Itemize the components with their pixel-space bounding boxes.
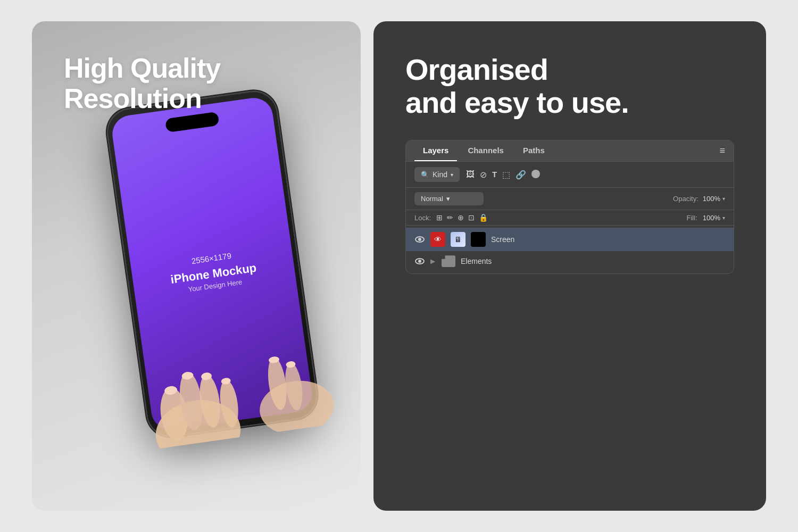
- lock-row: Lock: ⊞ ✏ ⊕ ⊡ 🔒 Fill: 100% ▾: [406, 210, 734, 226]
- left-panel: High Quality Resolution 2556×1179 iPhone…: [32, 21, 361, 511]
- filter-rect-icon[interactable]: ⬚: [502, 170, 510, 180]
- opacity-dropdown[interactable]: 100% ▾: [703, 195, 725, 203]
- lock-brush-icon[interactable]: ✏: [447, 213, 453, 222]
- black-thumb-fill: [471, 232, 486, 247]
- left-heading: High Quality Resolution: [64, 53, 220, 114]
- layer-name-screen: Screen: [491, 235, 514, 244]
- kind-dropdown[interactable]: 🔍 Kind ▾: [414, 167, 460, 182]
- eye-shape-elements: [415, 258, 425, 264]
- lock-move-icon[interactable]: ⊕: [458, 213, 464, 222]
- filter-link-icon[interactable]: 🔗: [516, 170, 526, 180]
- right-panel: Organised and easy to use. Layers Channe…: [373, 21, 766, 511]
- ps-panel: Layers Channels Paths ≡ 🔍 Kind ▾ 🖼 ⊘ T ⬚: [405, 140, 734, 274]
- iphone-mockup: 2556×1179 iPhone Mockup Your Design Here: [105, 89, 319, 439]
- folder-icon-elements: [442, 255, 455, 267]
- layers-list: 👁 🖥 Screen: [406, 226, 734, 273]
- eye-icon-screen[interactable]: [414, 234, 425, 245]
- filter-text-icon[interactable]: T: [492, 170, 497, 180]
- red-eye-icon: 👁: [434, 235, 442, 244]
- main-container: High Quality Resolution 2556×1179 iPhone…: [32, 21, 766, 511]
- screen-thumb-content: 🖥: [451, 232, 466, 247]
- lock-label: Lock:: [414, 214, 431, 222]
- layer-thumb-checker-screen: 🖥: [451, 232, 466, 247]
- lock-crop-icon[interactable]: ⊡: [468, 213, 475, 222]
- fill-value: 100%: [703, 214, 720, 222]
- ps-tabs-bar: Layers Channels Paths ≡: [406, 140, 734, 162]
- layer-thumb-black-screen: [471, 232, 486, 247]
- layer-row-screen[interactable]: 👁 🖥 Screen: [406, 228, 734, 251]
- lock-lock-icon[interactable]: 🔒: [479, 213, 488, 222]
- filter-image-icon[interactable]: 🖼: [466, 170, 475, 180]
- eye-icon-elements[interactable]: [414, 256, 425, 267]
- iphone-notch: [165, 112, 220, 133]
- layer-row-elements[interactable]: ▶ Elements: [406, 251, 734, 271]
- lock-grid-icon[interactable]: ⊞: [436, 213, 443, 222]
- opacity-value: 100%: [703, 195, 720, 203]
- tab-channels[interactable]: Channels: [459, 140, 512, 161]
- tab-layers[interactable]: Layers: [414, 140, 457, 161]
- opacity-label: Opacity:: [673, 195, 699, 203]
- folder-chevron-icon: ▶: [430, 257, 435, 265]
- eye-shape-screen: [415, 236, 425, 243]
- fill-dropdown[interactable]: 100% ▾: [703, 214, 725, 222]
- lock-icons: ⊞ ✏ ⊕ ⊡ 🔒: [436, 213, 488, 222]
- filter-circle-icon[interactable]: ⊘: [480, 170, 487, 180]
- kind-label: Kind: [433, 170, 447, 179]
- iphone-screen: 2556×1179 iPhone Mockup Your Design Here: [110, 96, 314, 433]
- layer-name-elements: Elements: [461, 257, 492, 265]
- blend-mode-arrow: ▾: [446, 195, 450, 203]
- layer-red-badge-screen: 👁: [430, 232, 445, 247]
- blend-mode-dropdown[interactable]: Normal ▾: [414, 192, 484, 205]
- blend-row: Normal ▾ Opacity: 100% ▾: [406, 188, 734, 210]
- iphone-body: 2556×1179 iPhone Mockup Your Design Here: [105, 89, 319, 439]
- filter-dot-icon[interactable]: [531, 170, 540, 178]
- fill-label: Fill:: [687, 214, 697, 222]
- screen-thumb-icon: 🖥: [454, 235, 462, 244]
- screen-content: 2556×1179 iPhone Mockup Your Design Here: [168, 247, 259, 295]
- panel-menu-icon[interactable]: ≡: [719, 145, 725, 156]
- blend-mode-value: Normal: [421, 195, 443, 203]
- filter-row: 🔍 Kind ▾ 🖼 ⊘ T ⬚ 🔗: [406, 162, 734, 188]
- right-heading: Organised and easy to use.: [405, 53, 734, 119]
- tab-paths[interactable]: Paths: [514, 140, 553, 161]
- kind-arrow: ▾: [451, 172, 453, 178]
- filter-icons: 🖼 ⊘ T ⬚ 🔗: [466, 170, 540, 180]
- opacity-arrow: ▾: [722, 196, 725, 202]
- fill-arrow: ▾: [722, 215, 725, 221]
